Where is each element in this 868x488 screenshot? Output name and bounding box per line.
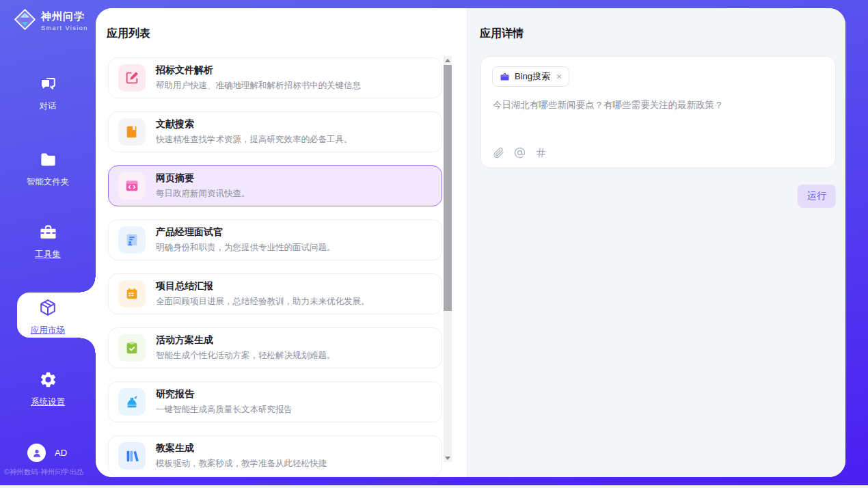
app-card[interactable]: 产品经理面试官 明确身份和职责，为您提供专业性的面试问题。 bbox=[108, 219, 442, 260]
app-card-desc: 模板驱动，教案秒成，教学准备从此轻松快捷 bbox=[156, 458, 327, 470]
app-card-title: 教案生成 bbox=[156, 442, 327, 455]
gear-icon bbox=[39, 370, 57, 392]
toolbox-icon bbox=[39, 223, 57, 244]
app-card[interactable]: 活动方案生成 智能生成个性化活动方案，轻松解决规划难题。 bbox=[108, 327, 442, 368]
app-card[interactable]: 招标文件解析 帮助用户快速、准确地理解和解析招标书中的关键信息 bbox=[108, 57, 442, 98]
scroll-up-icon[interactable] bbox=[444, 56, 452, 64]
copyright-text: ©神州数码·神州问学出品 bbox=[4, 467, 96, 477]
attachment-icon[interactable] bbox=[493, 147, 504, 159]
person-icon bbox=[31, 448, 42, 459]
app-window: 神州问学 Smart Vision 对话 智能文件夹 bbox=[0, 0, 868, 488]
app-card-desc: 智能生成个性化活动方案，轻松解决规划难题。 bbox=[156, 350, 336, 362]
app-card-desc: 一键智能生成高质量长文本研究报告 bbox=[156, 404, 293, 416]
cube-icon bbox=[38, 298, 57, 320]
close-icon[interactable]: × bbox=[556, 72, 562, 81]
tool-tag-label: Bing搜索 bbox=[515, 70, 550, 83]
scroll-down-icon[interactable] bbox=[444, 454, 452, 462]
question-input[interactable]: 今日湖北有哪些新闻要点？有哪些需要关注的最新政策？ bbox=[493, 99, 824, 111]
app-card-desc: 帮助用户快速、准确地理解和解析招标书中的关键信息 bbox=[156, 80, 361, 92]
scrollbar[interactable] bbox=[444, 56, 452, 462]
app-card-list: 招标文件解析 帮助用户快速、准确地理解和解析招标书中的关键信息 文献搜索 快速精… bbox=[108, 57, 442, 477]
app-card-title: 招标文件解析 bbox=[156, 64, 361, 77]
app-card-title: 网页摘要 bbox=[156, 172, 250, 185]
summary-calendar-icon bbox=[118, 280, 146, 308]
app-list-title: 应用列表 bbox=[107, 27, 150, 41]
sidebar: 神州问学 Smart Vision 对话 智能文件夹 bbox=[0, 0, 96, 488]
window-bottom-edge bbox=[0, 485, 868, 488]
chat-icon bbox=[39, 75, 57, 96]
composer-toolbar bbox=[493, 147, 547, 159]
interviewer-icon bbox=[118, 226, 146, 254]
app-list-panel: 应用列表 招标文件解析 帮助用户快速、准确地理解和解析招标书中的关键信息 bbox=[96, 8, 467, 477]
research-ink-icon bbox=[118, 388, 146, 416]
sidebar-item-toolset[interactable]: 工具集 bbox=[0, 223, 96, 260]
sidebar-item-label: 系统设置 bbox=[31, 396, 65, 408]
books-icon bbox=[118, 442, 146, 470]
scrollbar-thumb[interactable] bbox=[444, 65, 452, 311]
user-account[interactable]: AD bbox=[27, 444, 67, 462]
app-card[interactable]: 文献搜索 快速精准查找学术资源，提高研究效率的必备工具。 bbox=[108, 111, 442, 152]
sidebar-item-chat[interactable]: 对话 bbox=[0, 75, 96, 112]
user-initials: AD bbox=[55, 448, 67, 458]
clipboard-check-icon bbox=[118, 334, 146, 362]
app-card-title: 研究报告 bbox=[156, 388, 293, 401]
app-card[interactable]: 教案生成 模板驱动，教案秒成，教学准备从此轻松快捷 bbox=[108, 435, 442, 476]
folder-icon bbox=[39, 150, 57, 172]
webpage-code-icon bbox=[118, 172, 146, 200]
tool-tag-bing-search[interactable]: Bing搜索 × bbox=[492, 66, 569, 87]
sidebar-item-settings[interactable]: 系统设置 bbox=[0, 370, 96, 408]
app-card-title: 项目总结汇报 bbox=[156, 280, 370, 293]
app-card[interactable]: 研究报告 一键智能生成高质量长文本研究报告 bbox=[108, 381, 442, 422]
app-card-title: 活动方案生成 bbox=[156, 334, 336, 347]
edit-icon bbox=[118, 64, 146, 92]
topic-icon[interactable] bbox=[535, 147, 547, 159]
app-card-title: 产品经理面试官 bbox=[156, 226, 336, 239]
sidebar-item-label: 工具集 bbox=[35, 249, 61, 260]
mention-icon[interactable] bbox=[514, 147, 526, 159]
sidebar-item-label: 对话 bbox=[40, 100, 57, 112]
sidebar-item-label: 应用市场 bbox=[31, 325, 65, 336]
app-detail-panel: 应用详情 Bing搜索 × 今日湖北 bbox=[467, 8, 845, 477]
brand-logo: 神州问学 Smart Vision bbox=[14, 8, 88, 33]
brand-subtitle: Smart Vision bbox=[41, 25, 88, 31]
run-button[interactable]: 运行 bbox=[798, 185, 836, 208]
app-card-desc: 全面回顾项目进展，总结经验教训，助力未来优化发展。 bbox=[156, 296, 370, 308]
composer-card: Bing搜索 × 今日湖北有哪些新闻要点？有哪些需要关注的最新政策？ bbox=[480, 56, 836, 168]
book-icon bbox=[118, 118, 146, 146]
app-card-desc: 快速精准查找学术资源，提高研究效率的必备工具。 bbox=[156, 134, 353, 146]
app-card-desc: 明确身份和职责，为您提供专业性的面试问题。 bbox=[156, 242, 336, 254]
app-detail-title: 应用详情 bbox=[480, 27, 524, 41]
avatar bbox=[27, 444, 46, 462]
app-card-title: 文献搜索 bbox=[156, 118, 353, 131]
app-card[interactable]: 项目总结汇报 全面回顾项目进展，总结经验教训，助力未来优化发展。 bbox=[108, 273, 442, 314]
briefcase-icon bbox=[500, 72, 510, 82]
app-card-selected[interactable]: 网页摘要 每日政府新闻资讯快查。 bbox=[108, 165, 442, 206]
app-card-desc: 每日政府新闻资讯快查。 bbox=[156, 188, 250, 200]
brand-name: 神州问学 bbox=[41, 10, 88, 23]
main-content: 应用列表 招标文件解析 帮助用户快速、准确地理解和解析招标书中的关键信息 bbox=[96, 8, 845, 477]
sidebar-item-smart-folder[interactable]: 智能文件夹 bbox=[0, 150, 96, 188]
sidebar-item-app-market[interactable]: 应用市场 bbox=[0, 298, 96, 336]
diamond-logo-icon bbox=[14, 8, 36, 33]
sidebar-item-label: 智能文件夹 bbox=[27, 176, 70, 188]
